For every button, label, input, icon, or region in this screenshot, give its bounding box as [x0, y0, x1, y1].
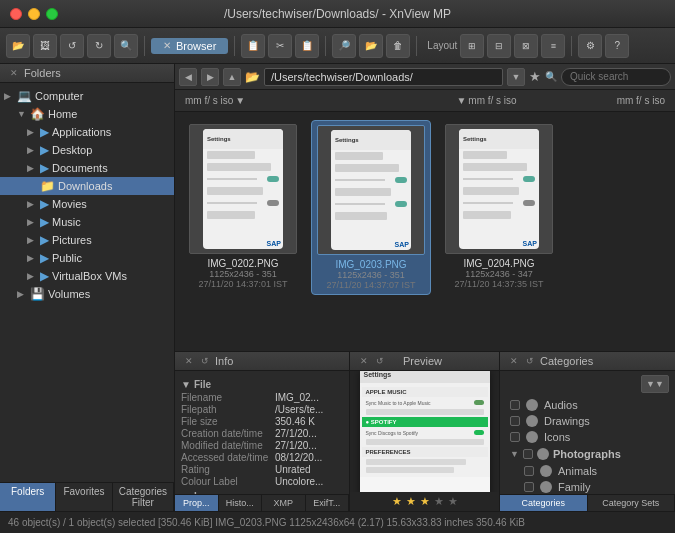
settings-btn[interactable]: ⚙ — [578, 34, 602, 58]
info-close-icon[interactable]: ✕ — [183, 356, 195, 366]
tree-item-movies[interactable]: ▶ ▶ Movies — [0, 195, 174, 213]
preview-star-1[interactable]: ★ — [392, 495, 402, 508]
toolbar-btn-9[interactable]: 🔎 — [332, 34, 356, 58]
cat-checkbox-audios[interactable] — [510, 400, 520, 410]
tree-item-public[interactable]: ▶ ▶ Public — [0, 249, 174, 267]
tree-item-virtualbox[interactable]: ▶ ▶ VirtualBox VMs — [0, 267, 174, 285]
cat-item-family[interactable]: Family — [506, 479, 669, 494]
layout-btn-2[interactable]: ⊟ — [487, 34, 511, 58]
toolbar-btn-6[interactable]: 📋 — [241, 34, 265, 58]
toolbar-btn-8[interactable]: 📋 — [295, 34, 319, 58]
tree-item-documents[interactable]: ▶ ▶ Documents — [0, 159, 174, 177]
cat-section-photographs[interactable]: ▼ Photographs — [506, 445, 669, 463]
browser-tab[interactable]: ✕ Browser — [151, 38, 228, 54]
cat-item-drawings[interactable]: Drawings — [506, 413, 669, 429]
cat-tab-category-sets[interactable]: Category Sets — [588, 495, 676, 511]
file-item-0203[interactable]: Settings — [311, 120, 431, 295]
address-dropdown-btn[interactable]: ▼ — [507, 68, 525, 86]
toolbar-btn-1[interactable]: 📂 — [6, 34, 30, 58]
toolbar-btn-3[interactable]: ↺ — [60, 34, 84, 58]
filter-btn[interactable]: ▼ mm f/ s iso — [452, 94, 520, 107]
cat-checkbox-drawings[interactable] — [510, 416, 520, 426]
nav-forward-btn[interactable]: ▶ — [201, 68, 219, 86]
tree-item-desktop[interactable]: ▶ ▶ Desktop — [0, 141, 174, 159]
minimize-button[interactable] — [28, 8, 40, 20]
cat-color-drawings — [526, 415, 538, 427]
cat-checkbox-photographs[interactable] — [523, 449, 533, 459]
info-tab-exif[interactable]: ExifT... — [306, 495, 350, 511]
cat-checkbox-animals[interactable] — [524, 466, 534, 476]
preview-star-4[interactable]: ★ — [434, 495, 444, 508]
preview-star-5[interactable]: ★ — [448, 495, 458, 508]
info-tab-prop[interactable]: Prop... — [175, 495, 219, 511]
cat-label-family: Family — [558, 481, 590, 493]
info-row-modified: Modified date/time 27/1/20... — [181, 440, 343, 451]
close-button[interactable] — [10, 8, 22, 20]
tree-item-home[interactable]: ▼ 🏠 Home — [0, 105, 174, 123]
cat-checkbox-family[interactable] — [524, 482, 534, 492]
address-input[interactable] — [264, 68, 503, 86]
categories-close-icon[interactable]: ✕ — [508, 356, 520, 366]
file-item-0204[interactable]: Settings — [439, 120, 559, 293]
layout-btn-3[interactable]: ⊠ — [514, 34, 538, 58]
file-item-0202[interactable]: Settings — [183, 120, 303, 293]
folders-header-close[interactable]: ✕ — [8, 68, 20, 78]
tab-favorites[interactable]: Favorites — [56, 483, 112, 511]
tree-item-computer[interactable]: ▶ 💻 Computer — [0, 87, 174, 105]
tree-label-computer: Computer — [35, 90, 83, 102]
tree-item-pictures[interactable]: ▶ ▶ Pictures — [0, 231, 174, 249]
layout-btn-1[interactable]: ⊞ — [460, 34, 484, 58]
categories-panel-header: ✕ ↺ Categories — [500, 352, 675, 371]
favorite-star-icon[interactable]: ★ — [529, 69, 541, 84]
preview-refresh-icon[interactable]: ↺ — [374, 356, 386, 366]
nav-back-btn[interactable]: ◀ — [179, 68, 197, 86]
preview-star-2[interactable]: ★ — [406, 495, 416, 508]
sort-btn-mm[interactable]: mm f/ s iso ▼ — [181, 94, 249, 107]
preview-star-3[interactable]: ★ — [420, 495, 430, 508]
sort-label: mm f/ s iso — [185, 95, 233, 106]
preview-close-icon[interactable]: ✕ — [358, 356, 370, 366]
layout-btn-4[interactable]: ≡ — [541, 34, 565, 58]
tree-label-virtualbox: VirtualBox VMs — [52, 270, 127, 282]
cat-checkbox-icons[interactable] — [510, 432, 520, 442]
help-btn[interactable]: ? — [605, 34, 629, 58]
cat-item-audios[interactable]: Audios — [506, 397, 669, 413]
cat-label-drawings: Drawings — [544, 415, 590, 427]
cat-item-animals[interactable]: Animals — [506, 463, 669, 479]
info-label-accessed: Accessed date/time — [181, 452, 271, 463]
info-refresh-icon[interactable]: ↺ — [199, 356, 211, 366]
filter-icon: ▼ — [456, 95, 466, 106]
tab-categories-filter[interactable]: Categories Filter — [113, 483, 174, 511]
maximize-button[interactable] — [46, 8, 58, 20]
toolbar-btn-7[interactable]: ✂ — [268, 34, 292, 58]
toolbar-btn-5[interactable]: 🔍 — [114, 34, 138, 58]
tree-item-volumes[interactable]: ▶ 💾 Volumes — [0, 285, 174, 303]
tab-close-icon[interactable]: ✕ — [163, 40, 171, 51]
toolbar-btn-10[interactable]: 📂 — [359, 34, 383, 58]
cat-label-animals: Animals — [558, 465, 597, 477]
categories-refresh-icon[interactable]: ↺ — [524, 356, 536, 366]
window-controls[interactable] — [10, 8, 58, 20]
tree-item-music[interactable]: ▶ ▶ Music — [0, 213, 174, 231]
tab-folders[interactable]: Folders — [0, 483, 56, 511]
cat-item-icons[interactable]: Icons — [506, 429, 669, 445]
info-label-colour: Colour Label — [181, 476, 271, 487]
info-tab-histo[interactable]: Histo... — [219, 495, 263, 511]
toolbar-btn-2[interactable]: 🖼 — [33, 34, 57, 58]
cat-label-audios: Audios — [544, 399, 578, 411]
toolbar-btn-4[interactable]: ↻ — [87, 34, 111, 58]
toolbar-btn-11[interactable]: 🗑 — [386, 34, 410, 58]
categories-content: ▼▼ Audios Drawings I — [500, 371, 675, 494]
sort-btn-right[interactable]: mm f/ s iso — [613, 94, 669, 107]
preview-section-apple: APPLE MUSIC — [362, 387, 488, 397]
tree-item-applications[interactable]: ▶ ▶ Applications — [0, 123, 174, 141]
file-name-0204: IMG_0204.PNG — [443, 258, 555, 269]
categories-options-btn[interactable]: ▼▼ — [641, 375, 669, 393]
preview-toggle-2: Sync Discogs to Spotify — [366, 429, 484, 437]
info-tab-xmp[interactable]: XMP — [262, 495, 306, 511]
folder-icon-virtualbox: ▶ — [40, 269, 49, 283]
tree-item-downloads[interactable]: 📁 Downloads — [0, 177, 174, 195]
nav-up-btn[interactable]: ▲ — [223, 68, 241, 86]
search-input[interactable] — [561, 68, 671, 86]
cat-tab-categories[interactable]: Categories — [500, 495, 588, 511]
